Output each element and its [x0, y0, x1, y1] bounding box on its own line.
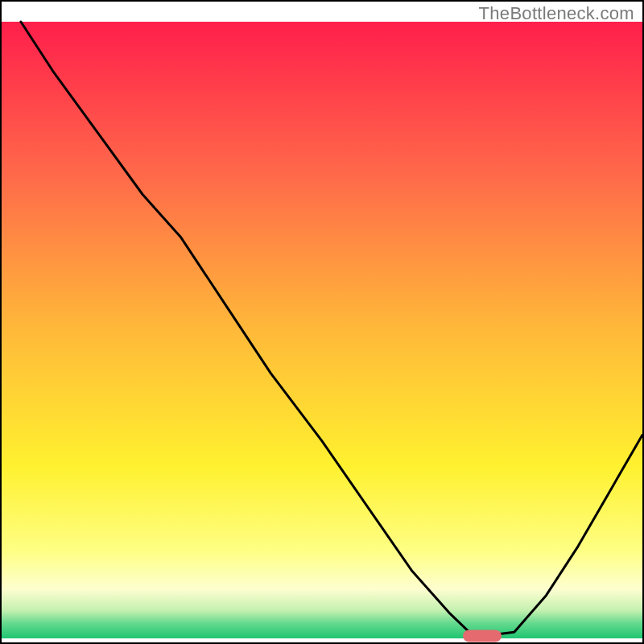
optimum-marker	[463, 630, 502, 642]
watermark-label: TheBottleneck.com	[479, 3, 634, 24]
gradient-background	[2, 22, 642, 638]
bottleneck-chart	[2, 2, 642, 642]
chart-frame: TheBottleneck.com	[0, 0, 644, 644]
